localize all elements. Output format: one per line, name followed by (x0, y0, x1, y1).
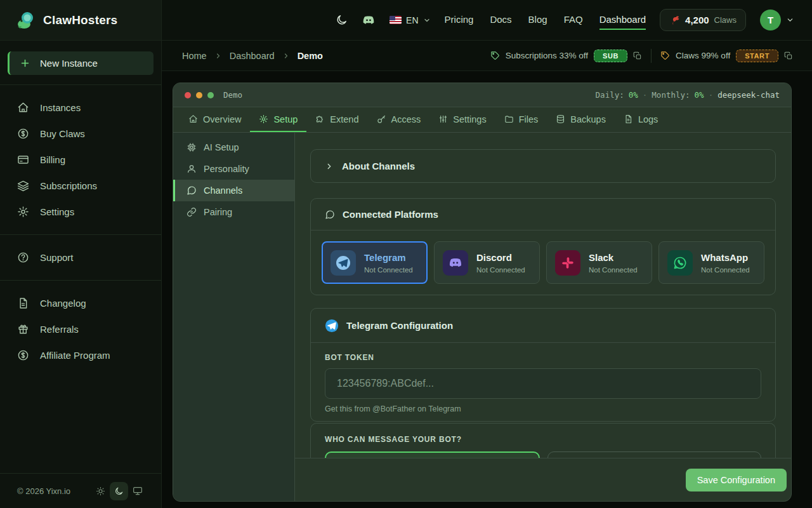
tab-overview[interactable]: Overview (180, 107, 250, 132)
avatar: T (760, 10, 781, 30)
tab-settings[interactable]: Settings (429, 107, 495, 132)
model-name: deepseek-chat (717, 90, 780, 100)
file-text-icon (17, 297, 29, 309)
sidebar-item-affiliate[interactable]: Affiliate Program (0, 342, 161, 368)
sidebar-footer: © 2026 Yixn.io (0, 473, 161, 508)
folder-icon (504, 114, 514, 124)
sidebar-item-instances[interactable]: Instances (0, 95, 161, 121)
promo-claws-text: Claws 99% off (676, 51, 730, 60)
breadcrumb-dashboard[interactable]: Dashboard (230, 51, 275, 61)
sun-icon (96, 486, 105, 496)
sidebar-item-referrals[interactable]: Referrals (0, 316, 161, 342)
setup-subnav: AI Setup Personality Channels Pairi (173, 133, 295, 501)
tab-access[interactable]: Access (368, 107, 430, 132)
promo-code-start[interactable]: START (736, 50, 778, 62)
tag-icon (660, 51, 670, 60)
theme-system-button[interactable] (128, 481, 147, 500)
tab-setup[interactable]: Setup (250, 107, 306, 132)
breadcrumb-bar: Home Dashboard Demo Subscriptions 33% of… (162, 41, 812, 71)
link-icon (187, 207, 197, 217)
connected-platforms-panel: Connected Platforms Telegram (310, 198, 776, 295)
theme-moon-icon[interactable] (336, 14, 348, 26)
platform-status: Not Connected (476, 266, 525, 274)
breadcrumb: Home Dashboard Demo (182, 51, 323, 61)
monthly-usage-value: 0% (695, 90, 704, 100)
brand[interactable]: ClawHosters (0, 0, 162, 40)
tab-backups[interactable]: Backups (547, 107, 615, 132)
window-traffic-lights (185, 92, 214, 98)
language-selector[interactable]: EN (390, 15, 430, 25)
tab-extend[interactable]: Extend (306, 107, 367, 132)
platform-card-whatsapp[interactable]: WhatsApp Not Connected (658, 241, 764, 284)
promo-claws: Claws 99% off START (660, 50, 793, 62)
about-channels-toggle[interactable]: About Channels (310, 149, 776, 183)
bot-token-input[interactable] (325, 368, 761, 399)
layers-icon (17, 180, 29, 192)
subnav-item-channels[interactable]: Channels (173, 180, 294, 201)
breadcrumb-current: Demo (298, 51, 323, 61)
nav-link-pricing[interactable]: Pricing (445, 10, 474, 30)
bot-token-label: BOT TOKEN (325, 353, 761, 362)
claw-icon (669, 15, 680, 25)
platform-card-telegram[interactable]: Telegram Not Connected (322, 241, 428, 284)
key-icon (377, 114, 386, 124)
tab-files[interactable]: Files (495, 107, 547, 132)
chip-icon (187, 142, 197, 152)
audience-option-1-button[interactable] (325, 451, 540, 458)
divider (651, 49, 652, 63)
theme-light-button[interactable] (91, 482, 110, 500)
divider (0, 280, 161, 281)
new-instance-button[interactable]: New Instance (8, 51, 154, 75)
nav-link-blog[interactable]: Blog (528, 10, 547, 30)
claws-amount: 4,200 (685, 15, 709, 25)
home-icon (188, 114, 198, 124)
claws-balance-badge[interactable]: 4,200 Claws (660, 9, 746, 31)
telegram-icon (331, 250, 356, 276)
breadcrumb-home[interactable]: Home (182, 51, 207, 61)
new-instance-label: New Instance (40, 58, 98, 69)
sidebar-item-billing[interactable]: Billing (0, 147, 161, 173)
platform-card-discord[interactable]: Discord Not Connected (434, 241, 540, 284)
copy-icon[interactable] (784, 51, 793, 60)
audience-option-2-button[interactable] (547, 451, 761, 458)
nav-link-docs[interactable]: Docs (490, 10, 511, 30)
user-menu[interactable]: T (760, 10, 794, 30)
subnav-item-ai-setup[interactable]: AI Setup (173, 137, 294, 158)
language-code: EN (406, 15, 418, 25)
sliders-icon (438, 114, 448, 124)
divider (0, 234, 161, 235)
copy-icon[interactable] (633, 51, 642, 60)
platform-cards: Telegram Not Connected (311, 231, 775, 295)
sidebar-item-changelog[interactable]: Changelog (0, 290, 161, 316)
sidebar-item-buy-claws[interactable]: Buy Claws (0, 121, 161, 147)
close-light-icon[interactable] (185, 92, 191, 98)
sidebar-item-subscriptions[interactable]: Subscriptions (0, 173, 161, 199)
nav-link-dashboard[interactable]: Dashboard (599, 10, 646, 30)
tab-logs[interactable]: Logs (615, 107, 667, 132)
minimize-light-icon[interactable] (196, 92, 202, 98)
chevron-down-icon (423, 17, 431, 24)
maximize-light-icon[interactable] (207, 92, 214, 98)
promo-code-sub[interactable]: SUB (594, 50, 627, 62)
save-configuration-button[interactable]: Save Configuration (686, 469, 787, 491)
subnav-item-pairing[interactable]: Pairing (173, 201, 294, 223)
sidebar-item-settings[interactable]: Settings (0, 199, 161, 225)
claws-unit-label: Claws (714, 15, 737, 25)
nav-links: Pricing Docs Blog FAQ Dashboard (445, 10, 646, 30)
nav-link-faq[interactable]: FAQ (564, 10, 583, 30)
discord-community-icon[interactable] (362, 13, 376, 27)
usage-stats: Daily: 0% · Monthly: 0% · deepseek-chat (596, 90, 780, 100)
gear-icon (17, 206, 29, 218)
platform-card-slack[interactable]: Slack Not Connected (546, 241, 652, 284)
daily-usage-value: 0% (629, 90, 638, 100)
theme-dark-button[interactable] (110, 482, 128, 500)
divider (0, 84, 161, 85)
subnav-item-personality[interactable]: Personality (173, 158, 294, 180)
sidebar-item-support[interactable]: Support (0, 244, 161, 271)
message-circle-icon (187, 185, 197, 196)
clawhosters-logo-icon (15, 10, 36, 30)
bot-token-help: Get this from @BotFather on Telegram (325, 404, 761, 413)
audience-panel: WHO CAN MESSAGE YOUR BOT? (310, 423, 776, 458)
puzzle-icon (315, 114, 325, 124)
discord-icon (443, 250, 468, 276)
